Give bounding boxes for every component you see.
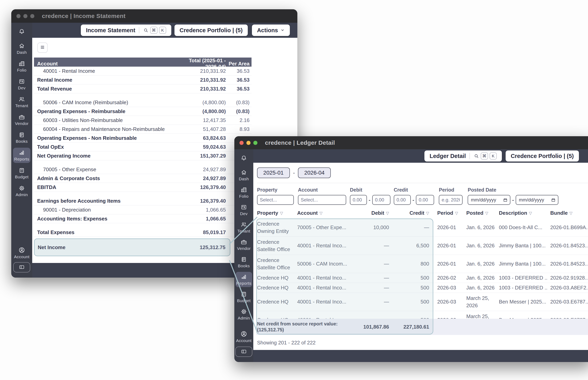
ledger-table-row[interactable]: Credence HQ40001 - Rental Inco...—500202… bbox=[256, 273, 588, 283]
sort-icon[interactable]: ▽ bbox=[455, 211, 458, 215]
sidebar-item-admin[interactable]: Admin bbox=[13, 183, 30, 198]
sidebar-item-dash[interactable]: Dash bbox=[13, 41, 30, 56]
sidebar-item-dev[interactable]: Dev bbox=[13, 76, 30, 92]
cell-account: 40001 - Rental Inco... bbox=[297, 274, 347, 282]
posted-date-start-input[interactable]: mm/dd/yyyy bbox=[468, 195, 510, 205]
ledger-table-row[interactable]: Credence HQ40001 - Rental Inco...—500202… bbox=[256, 293, 588, 311]
sidebar-item-admin[interactable]: Admin bbox=[235, 307, 252, 322]
close-button[interactable] bbox=[239, 141, 244, 145]
sidebar-item-tenant[interactable]: Tenant bbox=[235, 220, 252, 235]
table-spacer bbox=[34, 160, 251, 165]
posted-date-end-input[interactable]: mm/dd/yyyy bbox=[516, 195, 558, 205]
ledger-table-row[interactable]: Credence Owning Entity70005 - Other Expe… bbox=[256, 218, 588, 237]
sidebar-item-dash[interactable]: Dash bbox=[235, 168, 252, 183]
income-table-row: 50006 - CAM Income (Reimbursable)(4,800.… bbox=[34, 98, 251, 107]
property-filter-input[interactable] bbox=[257, 195, 294, 205]
ledger-table-row[interactable]: Credence Satellite Office50006 - CAM Inc… bbox=[256, 255, 588, 273]
period-start-button[interactable]: 2025-01 bbox=[257, 168, 290, 178]
menu-button[interactable] bbox=[37, 42, 48, 53]
traffic-lights[interactable] bbox=[239, 141, 257, 145]
credit-min-input[interactable] bbox=[394, 195, 411, 205]
sidebar-item-budget[interactable]: Budget bbox=[13, 166, 30, 181]
sort-icon[interactable]: ▽ bbox=[280, 211, 283, 215]
period-end-button[interactable]: 2026-04 bbox=[298, 168, 331, 178]
titlebar-income-statement[interactable]: credence | Income Statement bbox=[11, 9, 297, 23]
column-description[interactable]: Description▽ bbox=[498, 210, 548, 216]
sidebar-item-tenant[interactable]: Tenant bbox=[13, 94, 30, 110]
calendar-icon[interactable] bbox=[503, 198, 508, 202]
column-posted[interactable]: Posted▽ bbox=[463, 210, 495, 216]
search-icon[interactable] bbox=[474, 153, 479, 159]
zoom-button[interactable] bbox=[253, 141, 257, 145]
column-account[interactable]: Account▽ bbox=[297, 210, 347, 216]
sidebar-item-books[interactable]: Books bbox=[13, 130, 30, 145]
people-icon bbox=[241, 221, 247, 228]
minimize-button[interactable] bbox=[246, 141, 250, 145]
ledger-table-row[interactable]: Credence HQ40001 - Rental Inco...—500202… bbox=[256, 283, 588, 293]
cell-credit: 500 bbox=[392, 298, 429, 305]
period-range-controls: 2025-01 - 2026-04 bbox=[257, 168, 588, 178]
debit-min-input[interactable] bbox=[350, 195, 367, 205]
column-credit[interactable]: Credit▽ bbox=[392, 210, 429, 216]
home-icon bbox=[241, 169, 247, 176]
account-filter-input[interactable] bbox=[298, 195, 346, 205]
portfolio-selector-button[interactable]: Credence Portfolio | (5) bbox=[175, 24, 248, 36]
minimize-button[interactable] bbox=[23, 14, 27, 18]
portfolio-label: Credence Portfolio | (5) bbox=[179, 27, 243, 34]
sidebar-item-dev[interactable]: Dev bbox=[235, 202, 252, 217]
cell-description: 000 Does-It-All C... bbox=[498, 224, 548, 231]
net-income-row[interactable]: Net Income 125,312.75 bbox=[34, 238, 230, 256]
gear-icon bbox=[18, 185, 25, 191]
sidebar-item-vendor[interactable]: Vendor bbox=[235, 237, 252, 252]
total-value: (4,800.00) bbox=[178, 108, 226, 114]
sort-icon[interactable]: ▽ bbox=[570, 211, 572, 215]
column-period[interactable]: Period▽ bbox=[432, 210, 460, 216]
sidebar-item-books[interactable]: Books bbox=[235, 254, 252, 270]
sidebar-item-vendor[interactable]: Vendor bbox=[13, 112, 30, 127]
account-label: 50006 - CAM Income (Reimbursable) bbox=[37, 99, 178, 106]
summary-label: Net credit from source report value: (12… bbox=[257, 321, 347, 333]
cell-account: 40001 - Rental Inco... bbox=[297, 284, 347, 291]
titlebar-ledger-detail[interactable]: credence | Ledger Detail bbox=[234, 136, 588, 149]
view-switcher-button[interactable]: Ledger Detail ⌘ K bbox=[424, 151, 502, 162]
window-title: credence | Ledger Detail bbox=[265, 139, 335, 146]
sort-icon[interactable]: ▽ bbox=[320, 211, 322, 215]
sidebar-item-account[interactable]: Account bbox=[13, 245, 30, 261]
sidebar-item-account[interactable]: Account bbox=[235, 329, 252, 344]
per-area-value: (0.83) bbox=[226, 108, 249, 114]
column-debit[interactable]: Debit▽ bbox=[350, 210, 389, 216]
briefcase-icon bbox=[18, 114, 25, 120]
traffic-lights[interactable] bbox=[17, 14, 34, 18]
sidebar-item-reports[interactable]: Reports bbox=[13, 148, 30, 163]
view-switcher-button[interactable]: Income Statement ⌘ K bbox=[81, 24, 171, 36]
cell-debit: — bbox=[350, 284, 389, 291]
collapse-sidebar-button[interactable] bbox=[13, 262, 30, 272]
actions-button[interactable]: Actions bbox=[252, 24, 290, 36]
period-filter-input[interactable] bbox=[439, 195, 463, 205]
portfolio-selector-button[interactable]: Credence Portfolio | (5) bbox=[506, 151, 579, 162]
collapse-sidebar-button[interactable] bbox=[235, 347, 252, 357]
zoom-button[interactable] bbox=[30, 14, 34, 18]
bell-icon[interactable] bbox=[240, 155, 247, 162]
sidebar-item-folio[interactable]: Folio bbox=[235, 185, 252, 200]
close-button[interactable] bbox=[17, 14, 20, 18]
calendar-icon[interactable] bbox=[551, 198, 556, 202]
sidebar-item-folio[interactable]: Folio bbox=[13, 59, 30, 74]
ledger-table-row[interactable]: Credence Satellite Office40001 - Rental … bbox=[256, 237, 588, 255]
people-icon bbox=[18, 96, 25, 102]
sort-icon[interactable]: ▽ bbox=[426, 211, 429, 215]
column-bundle[interactable]: Bundle▽ bbox=[550, 210, 588, 216]
sort-icon[interactable]: ▽ bbox=[485, 211, 488, 215]
cell-debit: — bbox=[350, 242, 389, 249]
debit-max-input[interactable] bbox=[372, 195, 391, 205]
sidebar-item-label: Reports bbox=[236, 281, 251, 286]
sort-icon[interactable]: ▽ bbox=[529, 211, 532, 215]
credit-max-input[interactable] bbox=[416, 195, 434, 205]
column-property[interactable]: Property▽ bbox=[257, 210, 295, 216]
search-icon[interactable] bbox=[143, 28, 149, 33]
bell-icon[interactable] bbox=[18, 28, 25, 36]
range-separator: - bbox=[512, 197, 514, 203]
sidebar-item-reports[interactable]: Reports bbox=[235, 272, 252, 287]
sidebar-item-budget[interactable]: Budget bbox=[235, 289, 252, 304]
sort-icon[interactable]: ▽ bbox=[386, 211, 389, 215]
